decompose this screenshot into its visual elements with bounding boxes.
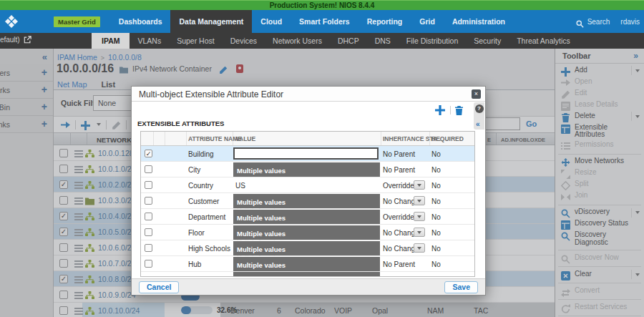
network-link[interactable]: 10.0.5.0/24 — [98, 228, 136, 236]
multiple-values-box[interactable]: Multiple valuesMultiple Ancestors — [233, 194, 380, 208]
attribute-row-hub[interactable]: HubMultiple valuesNo ParentNo — [141, 256, 474, 272]
toolbar-item-caret-icon[interactable] — [631, 270, 642, 279]
attribute-value-input[interactable] — [233, 147, 379, 160]
table-row[interactable]: 10.0.10.0/2432.6%Denver6ColoradoVOIPOpal… — [54, 303, 555, 317]
attribute-checkbox[interactable] — [145, 181, 152, 189]
sidebar-item-bookmarks[interactable]: Bookmarks+ — [0, 82, 53, 99]
go-to-icon[interactable] — [61, 120, 70, 130]
sidebar-item-smart-folders[interactable]: Smart Folders+ — [0, 64, 53, 82]
attribute-value-text[interactable]: US — [235, 182, 245, 190]
inheritance-dropdown[interactable] — [414, 212, 425, 221]
partial-column-header[interactable]: E — [487, 137, 491, 143]
attribute-checkbox[interactable] — [145, 228, 152, 236]
default-view-link[interactable]: (default) — [0, 36, 31, 44]
attribute-row-city[interactable]: CityMultiple valuesNo ParentNo — [141, 162, 474, 177]
row-checkbox[interactable] — [59, 243, 68, 252]
tab-network-users[interactable]: Network Users — [265, 33, 330, 49]
multiple-values-box[interactable]: Multiple values — [233, 257, 380, 271]
row-drag-handle-icon[interactable] — [74, 276, 83, 278]
multiple-values-box[interactable]: Multiple values — [233, 162, 380, 177]
cancel-button[interactable]: Cancel — [139, 281, 179, 293]
toolbar-item-add[interactable]: Add — [555, 65, 644, 77]
tab-threat-analytics[interactable]: Threat Analytics — [509, 33, 578, 49]
row-checkbox[interactable] — [59, 149, 68, 157]
row-drag-handle-icon[interactable] — [74, 245, 83, 246]
network-link[interactable]: 10.0.10.0/24 — [98, 306, 140, 315]
toolbar-item-extensible-attributes[interactable]: Extensible Attributes — [555, 122, 644, 140]
toolbar-item-vdiscovery[interactable]: vDiscovery — [555, 208, 644, 219]
row-drag-handle-icon[interactable] — [74, 260, 83, 262]
multiple-values-box[interactable]: Multiple valuesMultiple Ancestors — [233, 225, 380, 240]
attribute-checkbox[interactable] — [145, 244, 152, 252]
breadcrumb-link-ipam-home[interactable]: IPAM Home — [57, 53, 97, 62]
row-checkbox[interactable] — [59, 259, 68, 268]
help-collapse-icon[interactable]: « — [476, 120, 480, 128]
nav-item-grid[interactable]: Grid — [411, 10, 444, 33]
row-checkbox[interactable] — [59, 306, 68, 315]
tab-devices[interactable]: Devices — [223, 33, 265, 49]
multiple-values-box[interactable]: Multiple valuesMultiple Ancestors — [233, 241, 380, 255]
attribute-row-building[interactable]: ✓BuildingNo ParentNo — [141, 146, 474, 162]
row-drag-handle-icon[interactable] — [74, 182, 83, 183]
row-checkbox[interactable]: ✓ — [59, 228, 68, 236]
inheritance-dropdown[interactable] — [414, 180, 425, 190]
expand-plus-icon[interactable]: + — [42, 101, 47, 112]
multiple-values-box[interactable]: Multiple values — [233, 210, 380, 224]
network-link[interactable]: 10.0.6.0/24 — [98, 243, 136, 252]
tab-file-distribution[interactable]: File Distribution — [399, 33, 466, 49]
toolbar-item-move-networks[interactable]: Move Networks — [555, 157, 644, 168]
nav-item-data-management[interactable]: Data Management — [170, 10, 252, 33]
attribute-checkbox[interactable] — [145, 260, 152, 268]
toolbar-item-discovery-diagnostic[interactable]: Discovery Diagnostic — [555, 230, 644, 248]
nav-item-dashboards[interactable]: Dashboards — [110, 10, 171, 33]
toolbar-item-caret-icon[interactable] — [631, 66, 642, 75]
column-header-required[interactable]: REQUIRED — [431, 135, 464, 142]
search-icon[interactable] — [576, 18, 584, 26]
add-caret-icon[interactable] — [97, 123, 101, 126]
go-button[interactable]: Go — [526, 120, 537, 128]
column-header-attribute-name[interactable]: ATTRIBUTE NAME — [188, 135, 242, 142]
toolbar-item-caret-icon[interactable] — [631, 112, 642, 121]
nav-item-administration[interactable]: Administration — [444, 10, 514, 33]
attribute-row-high-schools[interactable]: High SchoolsMultiple valuesMultiple Ance… — [141, 240, 474, 256]
close-icon[interactable]: × — [472, 89, 481, 99]
add-icon[interactable] — [81, 120, 90, 130]
expand-plus-icon[interactable]: + — [42, 118, 47, 130]
help-icon[interactable]: ? — [475, 104, 484, 113]
bookmark-icon[interactable] — [236, 64, 243, 73]
row-checkbox[interactable]: ✓ — [59, 275, 68, 283]
tab-dns[interactable]: DNS — [367, 33, 399, 49]
nav-item-smart-folders[interactable]: Smart Folders — [291, 10, 358, 33]
network-link[interactable]: 10.0.9.0/24 — [98, 291, 136, 299]
tab-super-host[interactable]: Super Host — [169, 33, 223, 49]
network-link[interactable]: 10.0.3.0/24 — [98, 196, 136, 205]
tab-security[interactable]: Security — [466, 33, 509, 49]
row-drag-handle-icon[interactable] — [74, 166, 83, 167]
attribute-checkbox[interactable] — [145, 165, 152, 173]
attribute-row-floor[interactable]: FloorMultiple valuesMultiple AncestorsNo… — [141, 225, 474, 240]
tab-ipam[interactable]: IPAM — [92, 33, 130, 49]
network-link[interactable]: 10.0.0.128 — [98, 149, 134, 157]
network-link[interactable]: 10.0.1.0/24 — [98, 165, 136, 173]
network-link[interactable]: 10.0.7.0/24 — [98, 259, 136, 268]
row-checkbox[interactable]: ✓ — [59, 180, 68, 189]
network-link[interactable]: 10.0.8.0/24 — [98, 275, 136, 283]
inheritance-dropdown[interactable] — [414, 196, 425, 205]
row-checkbox[interactable] — [59, 165, 68, 173]
inheritance-dropdown[interactable] — [414, 228, 425, 237]
search-label[interactable]: Search — [587, 18, 610, 26]
row-checkbox[interactable] — [59, 291, 68, 299]
row-drag-handle-icon[interactable] — [74, 213, 83, 215]
toolbar-item-clear[interactable]: Clear — [555, 269, 644, 281]
toolbar-item-delete[interactable]: Delete — [555, 111, 644, 122]
attribute-row-department[interactable]: DepartmentMultiple valuesOverriddenNo — [141, 209, 474, 225]
network-column-header[interactable]: NETWORK — [97, 136, 132, 144]
row-drag-handle-icon[interactable] — [74, 229, 83, 230]
column-header-value[interactable]: VALUE — [235, 135, 255, 142]
user-menu[interactable]: rdavis — [620, 18, 640, 26]
nav-item-reporting[interactable]: Reporting — [358, 10, 411, 33]
attribute-checkbox[interactable]: ✓ — [145, 150, 152, 157]
attribute-checkbox[interactable] — [145, 213, 152, 220]
row-drag-handle-icon[interactable] — [74, 150, 83, 152]
attribute-row-customer[interactable]: CustomerMultiple valuesMultiple Ancestor… — [141, 193, 474, 209]
